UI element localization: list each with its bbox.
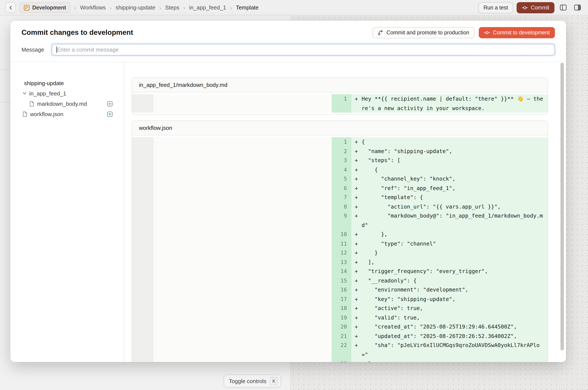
modal-title: Commit changes to development — [21, 28, 133, 37]
new-line-number: 19 — [331, 313, 351, 322]
diff-line: 19+ "valid": true, — [132, 313, 548, 322]
old-line-gutter — [132, 331, 154, 341]
code-text: "ref": "in_app_feed_1", — [362, 183, 543, 193]
modal-scrollbar-thumb[interactable] — [560, 63, 564, 350]
old-line-content — [154, 137, 331, 146]
code-text: "updated_at": "2025-08-26T20:26:52.36400… — [362, 331, 543, 341]
commit-and-promote-button[interactable]: Commit and promote to production — [372, 27, 475, 38]
tree-folder-label: in_app_feed_1 — [29, 90, 113, 97]
new-line-content: +{ — [351, 137, 548, 146]
diff-added-icon — [107, 101, 113, 106]
diff-line: 21+ "updated_at": "2025-08-26T20:26:52.3… — [132, 331, 548, 341]
old-line-content — [154, 239, 331, 248]
chevron-down-icon — [22, 91, 27, 96]
old-line-content — [154, 211, 331, 230]
new-line-content: + "updated_at": "2025-08-26T20:26:52.364… — [351, 331, 548, 341]
new-line-content: + "steps": [ — [351, 156, 548, 165]
new-line-content: + "environment": "development", — [351, 285, 548, 294]
code-text: "markdown_body@": "in_app_feed_1/markdow… — [362, 211, 543, 230]
new-line-content: + "trigger_frequency": "every_trigger", — [351, 267, 548, 276]
new-line-number: 20 — [331, 322, 351, 331]
new-line-number: 14 — [331, 267, 351, 276]
code-text: "valid": true, — [362, 313, 543, 322]
diff-line: 17+ "key": "shipping-update", — [132, 294, 548, 304]
old-line-gutter — [132, 230, 154, 239]
new-line-content: + "ref": "in_app_feed_1", — [351, 183, 548, 193]
message-label: Message — [21, 47, 52, 53]
new-line-number: 21 — [331, 331, 351, 341]
code-text: "active": true, — [362, 304, 543, 313]
diff-add-sign: + — [355, 165, 362, 174]
diff-add-sign: + — [355, 156, 362, 165]
diff-add-sign: + — [355, 304, 362, 313]
old-line-content — [154, 359, 331, 362]
diff-add-sign: + — [355, 137, 362, 146]
old-line-gutter — [132, 183, 154, 193]
tree-item-workflow-json[interactable]: workflow.json — [10, 109, 124, 119]
code-text: } — [362, 248, 543, 257]
diff-add-sign: + — [355, 313, 362, 322]
commit-message-input[interactable] — [52, 44, 555, 55]
new-line-content: + "valid": true, — [351, 313, 548, 322]
diff-add-sign: + — [355, 174, 362, 183]
commit-to-development-button[interactable]: Commit to development — [479, 27, 555, 38]
new-line-number: 1 — [331, 94, 351, 113]
new-line-number: 18 — [331, 304, 351, 313]
git-commit-icon — [484, 29, 490, 36]
diff-line: 13+ ], — [132, 257, 548, 267]
diff-view: in_app_feed_1/markdown_body.md 1+Hey **{… — [124, 62, 566, 362]
new-line-number: 1 — [331, 137, 351, 146]
old-line-content — [154, 294, 331, 304]
code-text: ], — [362, 257, 543, 267]
tree-item-folder[interactable]: in_app_feed_1 — [10, 88, 124, 98]
old-line-gutter — [132, 239, 154, 248]
old-line-gutter — [132, 257, 154, 267]
new-line-number: 11 — [331, 239, 351, 248]
code-text: "key": "shipping-update", — [362, 294, 543, 304]
diff-add-sign: + — [355, 331, 362, 341]
diff-line: 23+ } — [132, 359, 548, 362]
modal-body: shipping-update in_app_feed_1 markdown_b… — [10, 62, 566, 362]
diff-line: 1+{ — [132, 137, 548, 146]
new-line-content: + "template": { — [351, 193, 548, 202]
new-line-number: 23 — [331, 359, 351, 362]
diff-added-icon — [107, 111, 113, 117]
diff-line: 4+ { — [132, 165, 548, 174]
new-line-content: + ], — [351, 257, 548, 267]
text-caret — [56, 47, 57, 53]
new-line-content: + "name": "shipping-update", — [351, 146, 548, 156]
new-line-content: + "channel_key": "knock", — [351, 174, 548, 183]
app-stage: Toggle controls K Development › Workflow… — [0, 0, 588, 390]
new-line-content: +Hey **{{ recipient.name | default: "the… — [351, 94, 548, 113]
commit-to-development-label: Commit to development — [493, 29, 550, 36]
new-line-number: 8 — [331, 202, 351, 211]
old-line-content — [154, 156, 331, 165]
diff-add-sign: + — [355, 202, 362, 211]
old-line-gutter — [132, 341, 154, 359]
code-text: { — [362, 137, 543, 146]
old-line-content — [154, 174, 331, 183]
old-line-content — [154, 267, 331, 276]
diff-add-sign: + — [355, 267, 362, 276]
diff-add-sign: + — [355, 230, 362, 239]
diff-line: 7+ "template": { — [132, 193, 548, 202]
diff-add-sign: + — [355, 239, 362, 248]
new-line-number: 15 — [331, 276, 351, 285]
old-line-content — [154, 276, 331, 285]
diff-line: 10+ }, — [132, 230, 548, 239]
new-line-content: + "key": "shipping-update", — [351, 294, 548, 304]
old-line-gutter — [132, 267, 154, 276]
diff-add-sign: + — [355, 359, 362, 362]
modal-header: Commit changes to development Commit and… — [10, 21, 566, 61]
old-line-gutter — [132, 193, 154, 202]
old-line-gutter — [132, 202, 154, 211]
diff-line: 11+ "type": "channel" — [132, 239, 548, 248]
old-line-content — [154, 341, 331, 359]
new-line-content: + "type": "channel" — [351, 239, 548, 248]
old-line-gutter — [132, 322, 154, 331]
code-text: "name": "shipping-update", — [362, 146, 543, 156]
tree-item-markdown-body[interactable]: markdown_body.md — [10, 98, 124, 109]
code-text: }, — [362, 230, 543, 239]
diff-add-sign: + — [355, 322, 362, 331]
tree-item-workflow-root[interactable]: shipping-update — [10, 78, 124, 88]
